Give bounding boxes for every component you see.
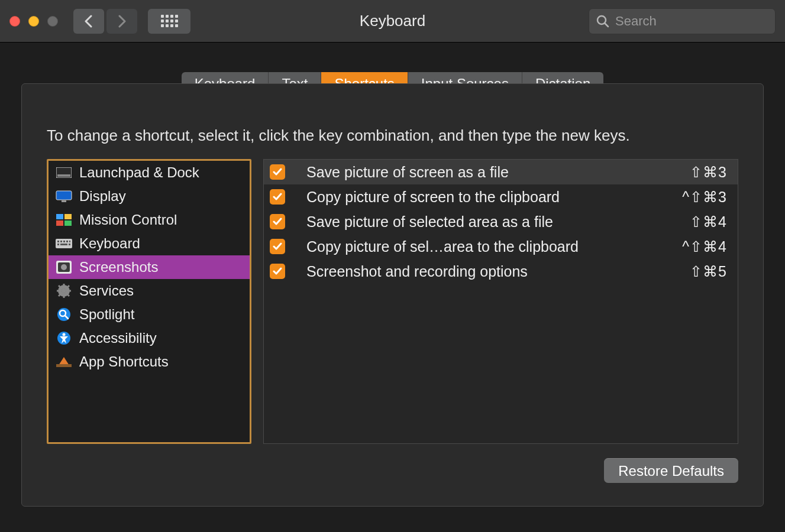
- shortcut-label: Copy picture of sel…area to the clipboar…: [306, 238, 674, 255]
- grid-icon: [161, 15, 178, 27]
- enable-checkbox[interactable]: [270, 189, 285, 205]
- restore-wrap: Restore Defaults: [47, 458, 738, 483]
- enable-checkbox[interactable]: [270, 214, 285, 229]
- instruction-text: To change a shortcut, select it, click t…: [47, 126, 738, 145]
- enable-checkbox[interactable]: [270, 164, 285, 180]
- keyboard-icon: [56, 236, 72, 251]
- chevron-left-icon: [84, 15, 93, 28]
- svg-rect-15: [69, 241, 70, 242]
- shortcut-keys[interactable]: ^⇧⌘4: [682, 238, 727, 255]
- category-label: Spotlight: [79, 306, 134, 323]
- nav-buttons: [73, 9, 137, 34]
- app-icon: [56, 355, 72, 369]
- gear-icon: [56, 284, 72, 298]
- check-icon: [273, 218, 282, 226]
- spotlight-icon: [56, 307, 72, 322]
- svg-rect-13: [63, 241, 65, 242]
- svg-rect-7: [64, 214, 72, 219]
- category-keyboard[interactable]: Keyboard: [49, 232, 250, 255]
- back-button[interactable]: [73, 9, 104, 34]
- shortcut-row[interactable]: Copy picture of sel…area to the clipboar…: [264, 234, 738, 259]
- shortcut-list[interactable]: Save picture of screen as a file⇧⌘3Copy …: [263, 159, 738, 444]
- svg-point-21: [61, 264, 67, 270]
- category-list[interactable]: Launchpad & DockDisplayMission ControlKe…: [47, 159, 251, 444]
- shortcut-row[interactable]: Save picture of screen as a file⇧⌘3: [264, 160, 738, 184]
- category-mission-control[interactable]: Mission Control: [49, 208, 250, 232]
- svg-rect-34: [56, 364, 72, 367]
- search-field-wrap[interactable]: [589, 8, 776, 34]
- shortcut-label: Copy picture of screen to the clipboard: [306, 189, 674, 206]
- shortcut-keys[interactable]: ^⇧⌘3: [682, 189, 727, 206]
- category-label: Services: [79, 283, 134, 299]
- svg-rect-11: [57, 241, 59, 242]
- enable-checkbox[interactable]: [270, 264, 285, 279]
- check-icon: [273, 242, 282, 251]
- svg-rect-9: [64, 220, 72, 226]
- category-label: Keyboard: [79, 235, 140, 252]
- launchpad-icon: [56, 166, 72, 180]
- shortcut-label: Save picture of selected area as a file: [306, 213, 681, 231]
- check-icon: [273, 193, 282, 201]
- svg-rect-18: [69, 244, 70, 245]
- search-input[interactable]: [615, 14, 778, 29]
- svg-point-32: [63, 333, 66, 336]
- shortcut-keys[interactable]: ⇧⌘5: [690, 263, 727, 280]
- check-icon: [273, 168, 282, 176]
- chevron-right-icon: [117, 15, 127, 28]
- category-label: Mission Control: [79, 212, 177, 228]
- shortcuts-panel: To change a shortcut, select it, click t…: [21, 83, 764, 507]
- display-icon: [56, 189, 72, 203]
- search-icon: [596, 15, 609, 28]
- mission-icon: [56, 213, 72, 227]
- toolbar: Keyboard: [0, 0, 785, 43]
- category-label: App Shortcuts: [79, 353, 169, 370]
- category-launchpad-dock[interactable]: Launchpad & Dock: [49, 161, 250, 184]
- columns: Launchpad & DockDisplayMission ControlKe…: [47, 159, 738, 444]
- svg-marker-33: [59, 357, 69, 365]
- category-label: Launchpad & Dock: [79, 164, 199, 181]
- window-controls: [9, 16, 58, 27]
- svg-rect-6: [56, 214, 63, 219]
- svg-rect-14: [66, 241, 68, 242]
- camera-icon: [56, 260, 72, 274]
- category-label: Accessibility: [79, 330, 157, 346]
- category-display[interactable]: Display: [49, 184, 250, 208]
- svg-rect-4: [56, 191, 72, 200]
- shortcut-row[interactable]: Save picture of selected area as a file⇧…: [264, 209, 738, 234]
- shortcut-keys[interactable]: ⇧⌘3: [690, 164, 727, 181]
- window-title: Keyboard: [360, 12, 425, 30]
- category-label: Display: [79, 188, 126, 205]
- zoom-window-button[interactable]: [47, 16, 58, 27]
- enable-checkbox[interactable]: [270, 239, 285, 254]
- shortcut-keys[interactable]: ⇧⌘4: [690, 213, 727, 231]
- svg-rect-5: [62, 200, 66, 202]
- category-app-shortcuts[interactable]: App Shortcuts: [49, 350, 250, 374]
- show-all-button[interactable]: [148, 9, 190, 34]
- category-label: Screenshots: [79, 259, 158, 275]
- accessibility-icon: [56, 331, 72, 345]
- svg-rect-17: [60, 244, 67, 245]
- svg-line-1: [605, 23, 609, 27]
- shortcut-row[interactable]: Copy picture of screen to the clipboard^…: [264, 184, 738, 209]
- shortcut-row[interactable]: Screenshot and recording options⇧⌘5: [264, 259, 738, 284]
- category-accessibility[interactable]: Accessibility: [49, 326, 250, 350]
- svg-rect-16: [57, 244, 59, 245]
- restore-defaults-button[interactable]: Restore Defaults: [604, 458, 738, 483]
- category-screenshots[interactable]: Screenshots: [49, 255, 250, 279]
- shortcut-label: Save picture of screen as a file: [306, 164, 681, 181]
- close-window-button[interactable]: [9, 16, 20, 27]
- panel-area: KeyboardTextShortcutsInput SourcesDictat…: [0, 43, 785, 528]
- check-icon: [273, 267, 282, 275]
- svg-rect-3: [57, 174, 70, 177]
- category-services[interactable]: Services: [49, 279, 250, 303]
- forward-button[interactable]: [106, 9, 137, 34]
- shortcut-label: Screenshot and recording options: [306, 263, 681, 280]
- minimize-window-button[interactable]: [28, 16, 39, 27]
- svg-rect-8: [56, 220, 63, 226]
- category-spotlight[interactable]: Spotlight: [49, 303, 250, 326]
- svg-rect-12: [60, 241, 62, 242]
